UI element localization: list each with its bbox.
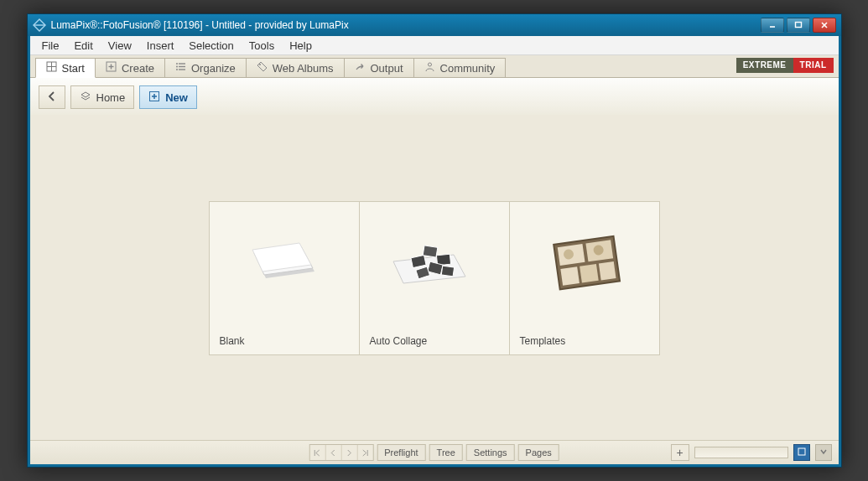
- page-prev-button[interactable]: [325, 445, 340, 460]
- back-button[interactable]: [39, 85, 65, 109]
- breadcrumb-toolbar: Home New: [30, 78, 839, 117]
- menu-help[interactable]: Help: [283, 38, 319, 54]
- card-caption: Blank: [210, 328, 359, 354]
- menu-view[interactable]: View: [101, 38, 138, 54]
- fit-screen-button[interactable]: [793, 444, 810, 461]
- maximize-button[interactable]: [787, 18, 810, 33]
- close-button[interactable]: [813, 18, 836, 33]
- zoom-slider[interactable]: [694, 447, 788, 458]
- tab-start[interactable]: Start: [35, 58, 96, 78]
- svg-rect-38: [580, 264, 599, 283]
- status-bar: Preflight Tree Settings Pages +: [30, 440, 839, 464]
- layers-icon: [80, 91, 91, 105]
- svg-rect-3: [795, 23, 801, 28]
- tab-web-albums[interactable]: Web Albums: [246, 58, 345, 77]
- window-frame: File Edit View Insert Selection Tools He…: [28, 36, 841, 467]
- svg-point-17: [176, 69, 178, 70]
- svg-point-19: [428, 63, 431, 66]
- preflight-button[interactable]: Preflight: [377, 444, 425, 461]
- menu-insert[interactable]: Insert: [140, 38, 181, 54]
- plus-box-icon: [106, 61, 117, 75]
- window-controls: [761, 18, 836, 33]
- card-thumb: [210, 202, 359, 328]
- page-first-button[interactable]: [309, 445, 325, 460]
- menu-tools[interactable]: Tools: [242, 38, 281, 54]
- tab-label: Community: [440, 62, 496, 75]
- arrow-out-icon: [355, 61, 366, 75]
- card-thumb: [360, 202, 509, 328]
- tab-community[interactable]: Community: [413, 58, 507, 77]
- collapse-button[interactable]: [815, 444, 832, 461]
- fit-icon: [798, 447, 806, 458]
- title-bar: LumaPix®::FotoFusion® [110196] - Untitle…: [28, 14, 841, 36]
- card-templates[interactable]: Templates: [510, 201, 660, 355]
- new-options-row: Blank: [209, 201, 660, 355]
- status-center-group: Preflight Tree Settings Pages: [309, 444, 559, 461]
- people-icon: [424, 61, 435, 75]
- svg-rect-29: [423, 245, 438, 256]
- svg-rect-44: [798, 448, 805, 455]
- home-button[interactable]: Home: [70, 85, 135, 109]
- edition-badges: EXTREME TRIAL: [736, 58, 834, 73]
- page-nav-group: [309, 444, 373, 461]
- tab-label: Create: [122, 62, 154, 75]
- card-auto-collage[interactable]: Auto Collage: [360, 201, 510, 355]
- badge-extreme: EXTREME: [736, 58, 793, 73]
- svg-marker-20: [81, 92, 90, 97]
- blank-page-icon: [238, 231, 330, 298]
- badge-trial: TRIAL: [793, 58, 834, 73]
- page-last-button[interactable]: [356, 445, 372, 460]
- minimize-button[interactable]: [761, 18, 784, 33]
- tag-icon: [257, 61, 268, 75]
- new-button[interactable]: New: [139, 85, 197, 109]
- svg-rect-39: [598, 261, 616, 280]
- svg-rect-37: [560, 266, 580, 286]
- new-label: New: [165, 91, 188, 104]
- status-right-group: +: [671, 444, 832, 461]
- menu-edit[interactable]: Edit: [67, 38, 99, 54]
- tab-label: Start: [62, 62, 85, 75]
- grid-icon: [46, 61, 57, 75]
- chevron-down-icon: [819, 447, 828, 458]
- menu-bar: File Edit View Insert Selection Tools He…: [30, 36, 839, 55]
- app-icon: [33, 18, 46, 32]
- svg-rect-28: [410, 255, 425, 267]
- card-caption: Templates: [510, 328, 659, 354]
- templates-icon: [538, 231, 631, 298]
- menu-file[interactable]: File: [35, 38, 66, 54]
- collage-icon: [388, 231, 481, 298]
- card-thumb: [510, 202, 659, 328]
- svg-point-15: [176, 63, 178, 65]
- window-title: LumaPix®::FotoFusion® [110196] - Untitle…: [51, 19, 761, 31]
- list-icon: [175, 61, 186, 75]
- plus-icon: +: [676, 446, 683, 459]
- tab-label: Organize: [191, 62, 236, 75]
- pages-button[interactable]: Pages: [518, 444, 559, 461]
- arrow-left-icon: [46, 91, 58, 105]
- zoom-plus-button[interactable]: +: [671, 444, 689, 461]
- menu-selection[interactable]: Selection: [182, 38, 240, 54]
- card-blank[interactable]: Blank: [209, 201, 360, 355]
- tab-output[interactable]: Output: [344, 58, 414, 77]
- tab-bar: Start Create Organize Web Albums Output …: [30, 55, 839, 78]
- tab-create[interactable]: Create: [95, 58, 165, 77]
- svg-rect-33: [441, 266, 454, 277]
- plus-box-icon: [148, 91, 160, 105]
- card-caption: Auto Collage: [360, 328, 509, 354]
- tab-label: Web Albums: [273, 62, 334, 75]
- tab-label: Output: [371, 62, 403, 75]
- tree-button[interactable]: Tree: [429, 444, 463, 461]
- content-area: Blank: [30, 115, 839, 441]
- page-next-button[interactable]: [340, 445, 356, 460]
- home-label: Home: [96, 91, 126, 104]
- svg-point-18: [259, 64, 261, 65]
- svg-point-16: [176, 66, 178, 68]
- tab-organize[interactable]: Organize: [164, 58, 247, 77]
- app-window: LumaPix®::FotoFusion® [110196] - Untitle…: [27, 13, 842, 468]
- settings-button[interactable]: Settings: [466, 444, 515, 461]
